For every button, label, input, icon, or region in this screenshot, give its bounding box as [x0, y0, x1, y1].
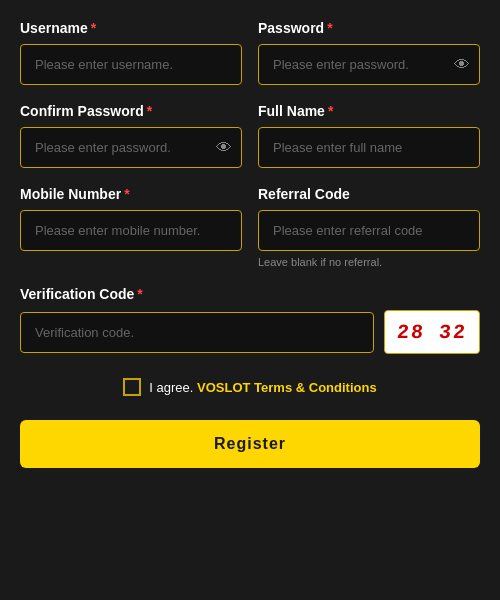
verification-input[interactable] [20, 312, 374, 353]
mobile-input[interactable] [20, 210, 242, 251]
row-confirm-fullname: Confirm Password* 👁 Full Name* [20, 103, 480, 168]
password-input-wrapper: 👁 [258, 44, 480, 85]
confirm-password-group: Confirm Password* 👁 [20, 103, 242, 168]
password-label: Password* [258, 20, 480, 36]
verification-input-wrapper: 28 32 [20, 310, 480, 354]
fullname-input-wrapper [258, 127, 480, 168]
agree-row: I agree. VOSLOT Terms & Conditions [20, 378, 480, 396]
referral-input-wrapper [258, 210, 480, 251]
terms-link[interactable]: VOSLOT Terms & Conditions [197, 380, 377, 395]
username-required: * [91, 20, 96, 36]
referral-label: Referral Code [258, 186, 480, 202]
fullname-required: * [328, 103, 333, 119]
username-label: Username* [20, 20, 242, 36]
referral-hint: Leave blank if no referral. [258, 256, 480, 268]
password-input[interactable] [258, 44, 480, 85]
captcha-text: 28 32 [396, 321, 468, 344]
row-verification: Verification Code* 28 32 [20, 286, 480, 354]
confirm-password-label: Confirm Password* [20, 103, 242, 119]
mobile-group: Mobile Number* [20, 186, 242, 268]
mobile-required: * [124, 186, 129, 202]
verification-required: * [137, 286, 142, 302]
register-button[interactable]: Register [20, 420, 480, 468]
username-group: Username* [20, 20, 242, 85]
row-username-password: Username* Password* 👁 [20, 20, 480, 85]
agree-checkbox[interactable] [123, 378, 141, 396]
password-required: * [327, 20, 332, 36]
verification-group: Verification Code* 28 32 [20, 286, 480, 354]
registration-form: Username* Password* 👁 Confirm Password* [20, 20, 480, 468]
mobile-input-wrapper [20, 210, 242, 251]
captcha-box[interactable]: 28 32 [384, 310, 480, 354]
confirm-password-required: * [147, 103, 152, 119]
confirm-password-input[interactable] [20, 127, 242, 168]
mobile-label: Mobile Number* [20, 186, 242, 202]
agree-text: I agree. VOSLOT Terms & Conditions [149, 380, 376, 395]
password-group: Password* 👁 [258, 20, 480, 85]
fullname-label: Full Name* [258, 103, 480, 119]
referral-group: Referral Code Leave blank if no referral… [258, 186, 480, 268]
username-input[interactable] [20, 44, 242, 85]
verification-label: Verification Code* [20, 286, 480, 302]
confirm-password-input-wrapper: 👁 [20, 127, 242, 168]
fullname-input[interactable] [258, 127, 480, 168]
row-mobile-referral: Mobile Number* Referral Code Leave blank… [20, 186, 480, 268]
confirm-password-eye-icon[interactable]: 👁 [216, 139, 232, 157]
password-eye-icon[interactable]: 👁 [454, 56, 470, 74]
fullname-group: Full Name* [258, 103, 480, 168]
referral-input[interactable] [258, 210, 480, 251]
username-input-wrapper [20, 44, 242, 85]
